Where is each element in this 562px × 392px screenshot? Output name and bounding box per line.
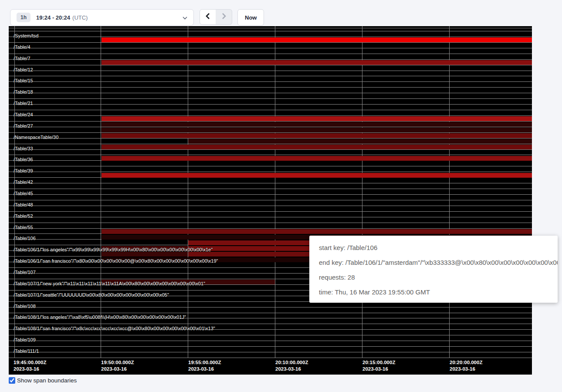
span-boundary-line <box>9 183 532 183</box>
now-button-label: Now <box>245 14 257 21</box>
span-label: /Table/24 <box>14 112 33 118</box>
span-boundary-line <box>9 324 532 324</box>
heat-band[interactable] <box>102 229 532 234</box>
span-boundary-line <box>9 54 532 54</box>
heat-band[interactable] <box>102 145 532 149</box>
heat-band[interactable] <box>102 37 532 42</box>
span-boundary-line <box>9 115 532 116</box>
span-boundary-line <box>9 87 532 88</box>
time-axis-date: 2023-03-16 <box>362 366 395 372</box>
span-boundary-line <box>9 155 532 155</box>
span-label: /Table/42 <box>14 179 33 185</box>
span-boundary-line <box>9 194 532 195</box>
time-axis-label: 19:50:00.000Z2023-03-16 <box>101 359 134 372</box>
key-visualizer-canvas[interactable]: /System/tsd/Table/4/Table/7/Table/12/Tab… <box>9 26 532 375</box>
span-label: /Table/18 <box>14 89 33 95</box>
span-label: /Table/39 <box>14 168 33 174</box>
show-span-boundaries-label[interactable]: Show span boundaries <box>17 377 77 384</box>
chevron-right-icon <box>221 13 227 21</box>
time-axis-label: 20:20:00.000Z2023-03-16 <box>450 359 482 372</box>
span-boundary-line <box>9 104 532 105</box>
span-boundary-line <box>9 206 532 206</box>
heat-band[interactable] <box>102 128 532 132</box>
span-label: /Table/48 <box>14 202 33 208</box>
time-axis-time: 19:50:00.000Z <box>101 359 134 366</box>
time-axis-label: 19:45:00.000Z2023-03-16 <box>14 359 46 372</box>
span-boundary-line <box>9 71 532 71</box>
span-label: /Table/107/1/"new york"/"\x11\x11\x11\x1… <box>14 281 205 287</box>
key-visualizer-page: 1h 19:24 - 20:24 (UTC) Now /System/tsd/T… <box>0 0 562 392</box>
heat-band[interactable] <box>102 156 532 161</box>
hover-tooltip: start key: /Table/106 end key: /Table/10… <box>309 236 558 303</box>
chevron-down-icon <box>183 14 187 21</box>
span-boundary-line <box>9 211 532 212</box>
span-label: /Table/106/1/"san francisco"/"\x80\x00\x… <box>14 258 218 264</box>
time-axis-date: 2023-03-16 <box>450 366 482 372</box>
time-bucket-line <box>275 26 275 358</box>
span-boundary-line <box>9 31 532 31</box>
show-span-boundaries-checkbox[interactable] <box>9 377 15 384</box>
time-axis-label: 19:55:00.000Z2023-03-16 <box>188 359 221 372</box>
span-boundary-line <box>9 42 532 43</box>
span-boundary-line <box>9 346 532 347</box>
span-boundary-line <box>9 200 532 200</box>
span-label: /Table/55 <box>14 225 33 230</box>
heat-band[interactable] <box>102 173 532 178</box>
span-label: /Table/45 <box>14 191 33 196</box>
heat-band[interactable] <box>102 60 532 65</box>
span-boundary-line <box>9 217 532 217</box>
span-boundary-line <box>9 76 532 76</box>
span-boundary-line <box>9 132 532 133</box>
span-boundary-line <box>9 144 532 144</box>
span-label: /Table/108 <box>14 304 36 309</box>
time-axis-time: 20:15:00.000Z <box>362 359 395 366</box>
span-label: /Table/107 <box>14 270 36 275</box>
span-boundary-line <box>9 341 532 341</box>
span-boundary-line <box>9 313 532 313</box>
time-axis-label: 20:10:00.000Z2023-03-16 <box>275 359 308 372</box>
span-boundary-line <box>9 28 532 28</box>
heat-band[interactable] <box>188 139 532 144</box>
time-axis-time: 20:20:00.000Z <box>450 359 482 366</box>
span-boundary-line <box>9 93 532 93</box>
time-axis-time: 19:45:00.000Z <box>14 359 46 366</box>
span-label: /NamespaceTable/30 <box>14 135 58 140</box>
tooltip-end-key: end key: /Table/106/1/"amsterdam"/"\xb33… <box>309 255 558 270</box>
span-boundary-line <box>9 65 532 65</box>
time-axis-date: 2023-03-16 <box>14 366 46 372</box>
span-boundary-line <box>9 37 532 37</box>
time-bucket-line <box>362 26 362 358</box>
time-range-select[interactable]: 1h 19:24 - 20:24 (UTC) <box>10 9 194 26</box>
span-boundary-line <box>9 81 532 82</box>
heat-band[interactable] <box>102 116 532 121</box>
span-label: /Table/106/1/"los angeles"/"\x99\x99\x99… <box>14 247 213 253</box>
span-boundary-line <box>9 172 532 172</box>
span-label: /Table/52 <box>14 213 33 219</box>
span-boundary-line <box>9 98 532 99</box>
tooltip-time: time: Thu, 16 Mar 2023 19:55:00 GMT <box>309 285 558 300</box>
span-label: /Table/15 <box>14 78 33 84</box>
span-label: /Table/106 <box>14 236 36 241</box>
span-label: /Table/33 <box>14 146 33 152</box>
span-boundary-line <box>9 149 532 150</box>
prev-time-button[interactable] <box>200 9 216 25</box>
span-label: /Table/21 <box>14 101 33 106</box>
span-boundary-line <box>9 59 532 60</box>
next-time-button-disabled[interactable] <box>216 9 232 25</box>
time-axis-date: 2023-03-16 <box>188 366 221 372</box>
span-boundary-line <box>9 307 532 308</box>
time-bucket-line <box>101 26 101 358</box>
span-boundary-line <box>9 166 532 166</box>
now-button[interactable]: Now <box>237 9 264 26</box>
time-axis-label: 20:15:00.000Z2023-03-16 <box>362 359 395 372</box>
span-label: /Table/27 <box>14 123 33 129</box>
span-label: /System/tsd <box>14 33 38 39</box>
span-boundary-line <box>9 228 532 229</box>
heat-band[interactable] <box>102 133 532 138</box>
span-boundary-line <box>9 358 532 358</box>
heat-band[interactable] <box>102 122 532 127</box>
time-range-text: 19:24 - 20:24 <box>36 14 70 21</box>
span-boundary-line <box>9 352 532 352</box>
span-boundary-line <box>9 121 532 122</box>
tooltip-start-key: start key: /Table/106 <box>309 240 558 255</box>
